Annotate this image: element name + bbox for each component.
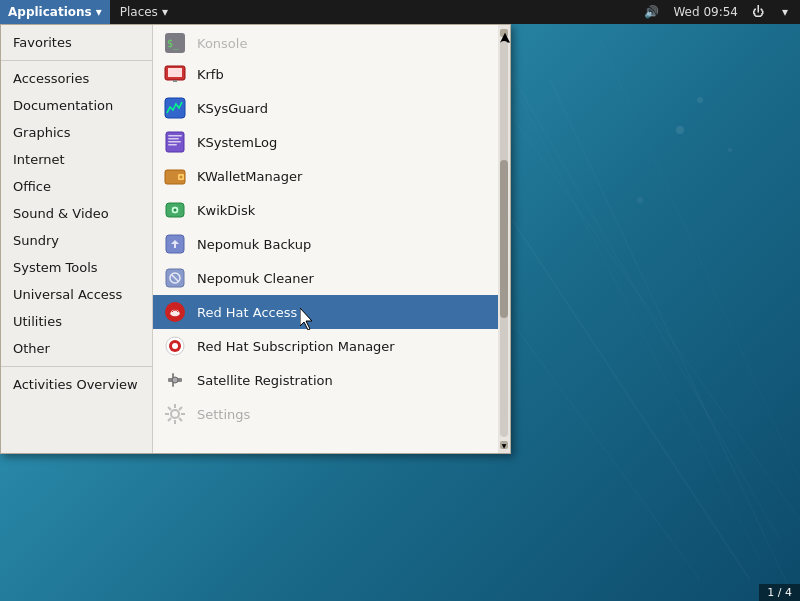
menu-item-redhat-access[interactable]: Red Hat Access xyxy=(153,295,498,329)
sidebar-item-office[interactable]: Office xyxy=(1,173,152,200)
menu-item-ksystemlog[interactable]: KSystemLog xyxy=(153,125,498,159)
sidebar-separator-2 xyxy=(1,366,152,367)
ksystemlog-label: KSystemLog xyxy=(197,135,488,150)
svg-point-35 xyxy=(172,343,178,349)
redhat-subscription-icon xyxy=(163,334,187,358)
nepomuk-cleaner-label: Nepomuk Cleaner xyxy=(197,271,488,286)
scroll-up-button[interactable]: ▲ xyxy=(500,29,508,37)
top-panel: Applications ▾ Places ▾ 🔊 Wed 09:54 ⏻ ▾ xyxy=(0,0,800,24)
scroll-down-button[interactable]: ▼ xyxy=(500,441,508,449)
sidebar-item-other[interactable]: Other xyxy=(1,335,152,362)
svg-rect-21 xyxy=(168,144,177,146)
konsole-icon: $_ xyxy=(163,31,187,55)
application-menu: Favorites Accessories Documentation Grap… xyxy=(0,24,511,454)
menu-item-redhat-subscription[interactable]: Red Hat Subscription Manager xyxy=(153,329,498,363)
panel-right: 🔊 Wed 09:54 ⏻ ▾ xyxy=(640,0,800,24)
svg-rect-18 xyxy=(168,135,182,137)
redhat-subscription-label: Red Hat Subscription Manager xyxy=(197,339,488,354)
volume-icon[interactable]: 🔊 xyxy=(640,5,663,19)
menu-item-krfb[interactable]: Krfb xyxy=(153,57,498,91)
ksysguard-icon xyxy=(163,96,187,120)
applications-label: Applications xyxy=(8,5,92,19)
sidebar-item-sound-video[interactable]: Sound & Video xyxy=(1,200,152,227)
svg-point-8 xyxy=(697,97,703,103)
svg-rect-19 xyxy=(168,138,179,140)
sidebar-item-sundry[interactable]: Sundry xyxy=(1,227,152,254)
svg-text:$_: $_ xyxy=(167,38,180,50)
page-indicator: 1 / 4 xyxy=(767,586,792,599)
menu-item-konsole[interactable]: $_ Konsole xyxy=(153,29,498,57)
places-arrow: ▾ xyxy=(162,5,168,19)
svg-line-3 xyxy=(550,80,790,590)
svg-rect-15 xyxy=(173,80,177,82)
sidebar-item-internet[interactable]: Internet xyxy=(1,146,152,173)
sidebar-item-utilities[interactable]: Utilities xyxy=(1,308,152,335)
svg-point-24 xyxy=(180,176,183,179)
sidebar-item-documentation[interactable]: Documentation xyxy=(1,92,152,119)
konsole-label: Konsole xyxy=(197,36,488,51)
kwikdisk-label: KwikDisk xyxy=(197,203,488,218)
redhat-access-label: Red Hat Access xyxy=(197,305,488,320)
clock: Wed 09:54 xyxy=(673,5,738,19)
scrollbar-thumb[interactable] xyxy=(500,160,508,318)
sidebar-item-accessories[interactable]: Accessories xyxy=(1,65,152,92)
sidebar-item-favorites[interactable]: Favorites xyxy=(1,29,152,56)
menu-item-satellite[interactable]: Satellite Registration xyxy=(153,363,498,397)
svg-point-7 xyxy=(676,126,684,134)
ksystemlog-icon xyxy=(163,130,187,154)
menu-item-ksysguard[interactable]: KSysGuard xyxy=(153,91,498,125)
svg-rect-14 xyxy=(168,68,182,77)
krfb-icon xyxy=(163,62,187,86)
svg-point-38 xyxy=(172,377,178,383)
kwalletmanager-icon xyxy=(163,164,187,188)
svg-point-27 xyxy=(174,209,177,212)
menu-scrollbar[interactable]: ▲ ▼ xyxy=(498,25,510,453)
menu-item-nepomuk-backup[interactable]: Nepomuk Backup xyxy=(153,227,498,261)
panel-left: Applications ▾ Places ▾ xyxy=(0,0,178,24)
menu-items-panel: $_ Konsole Krfb xyxy=(153,25,498,453)
redhat-access-icon xyxy=(163,300,187,324)
kwikdisk-icon xyxy=(163,198,187,222)
menu-item-nepomuk-cleaner[interactable]: Nepomuk Cleaner xyxy=(153,261,498,295)
settings-icon xyxy=(163,402,187,426)
panel-settings-icon[interactable]: ▾ xyxy=(778,5,792,19)
satellite-label: Satellite Registration xyxy=(197,373,488,388)
menu-item-kwalletmanager[interactable]: KWalletManager xyxy=(153,159,498,193)
status-bar: 1 / 4 xyxy=(759,584,800,601)
sidebar-item-system-tools[interactable]: System Tools xyxy=(1,254,152,281)
sidebar-item-graphics[interactable]: Graphics xyxy=(1,119,152,146)
sidebar-separator-1 xyxy=(1,60,152,61)
power-button[interactable]: ⏻ xyxy=(748,5,768,19)
scrollbar-track[interactable] xyxy=(500,41,508,437)
svg-line-4 xyxy=(600,40,800,480)
applications-button[interactable]: Applications ▾ xyxy=(0,0,110,24)
places-label: Places xyxy=(120,5,158,19)
sidebar-item-activities[interactable]: Activities Overview xyxy=(1,371,152,398)
krfb-label: Krfb xyxy=(197,67,488,82)
kwalletmanager-label: KWalletManager xyxy=(197,169,488,184)
svg-line-6 xyxy=(480,20,780,540)
settings-label: Settings xyxy=(197,407,488,422)
svg-point-9 xyxy=(728,148,732,152)
svg-rect-16 xyxy=(165,98,185,118)
svg-point-39 xyxy=(171,410,179,418)
nepomuk-backup-icon xyxy=(163,232,187,256)
svg-point-10 xyxy=(637,197,643,203)
svg-line-2 xyxy=(500,60,760,560)
sidebar-item-universal-access[interactable]: Universal Access xyxy=(1,281,152,308)
ksysguard-label: KSysGuard xyxy=(197,101,488,116)
menu-sidebar: Favorites Accessories Documentation Grap… xyxy=(1,25,153,453)
applications-arrow: ▾ xyxy=(96,5,102,19)
nepomuk-cleaner-icon xyxy=(163,266,187,290)
nepomuk-backup-label: Nepomuk Backup xyxy=(197,237,488,252)
svg-rect-20 xyxy=(168,141,181,143)
menu-item-kwikdisk[interactable]: KwikDisk xyxy=(153,193,498,227)
menu-item-settings: Settings xyxy=(153,397,498,431)
satellite-icon xyxy=(163,368,187,392)
places-button[interactable]: Places ▾ xyxy=(110,0,178,24)
